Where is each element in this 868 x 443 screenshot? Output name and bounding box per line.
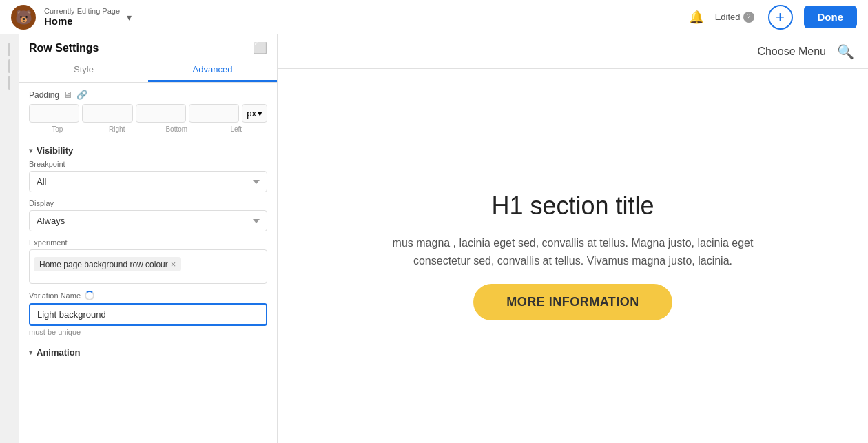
sidebar-handle [8, 43, 10, 56]
experiment-tag: Home page background row colour × [34, 257, 181, 271]
logo: 🐻 [11, 5, 36, 30]
padding-unit-select[interactable]: px ▾ [242, 104, 267, 123]
experiment-label: Experiment [29, 238, 267, 247]
panel-content: Padding 🖥 🔗 60 20 60 20 px ▾ Top Rig [19, 83, 277, 443]
add-button[interactable]: + [768, 5, 793, 30]
breakpoint-select[interactable]: All [29, 171, 267, 192]
visibility-section: ▾ Visibility Breakpoint All Display Alwa… [29, 141, 267, 336]
breakpoint-label: Breakpoint [29, 160, 267, 168]
sidebar-strip [0, 34, 19, 443]
loading-spinner-icon [85, 291, 94, 300]
canvas-title: H1 section title [491, 192, 654, 220]
breakpoint-field: Breakpoint All [29, 160, 267, 192]
visibility-label: Visibility [37, 145, 73, 156]
bear-icon: 🐻 [15, 9, 32, 25]
experiment-field: Experiment Home page background row colo… [29, 238, 267, 284]
experiment-tag-remove-icon[interactable]: × [171, 259, 176, 269]
padding-bottom-label: Bottom [148, 125, 205, 133]
sidebar-handle [8, 59, 10, 73]
padding-inputs: 60 20 60 20 px ▾ [29, 104, 267, 123]
page-info: Currently Editing Page Home [44, 7, 120, 27]
settings-panel: Row Settings ⬜ Style Advanced Padding 🖥 … [19, 34, 278, 443]
visibility-arrow-icon: ▾ [29, 147, 32, 154]
panel-tabs: Style Advanced [19, 59, 277, 83]
padding-section: Padding 🖥 🔗 60 20 60 20 px ▾ Top Rig [29, 90, 267, 133]
padding-bottom-input[interactable]: 60 [136, 104, 186, 123]
animation-section: ▾ Animation [29, 343, 267, 362]
padding-left-input[interactable]: 20 [189, 104, 239, 123]
padding-link-icon: 🔗 [76, 90, 87, 100]
variation-name-input[interactable] [29, 303, 267, 326]
visibility-header[interactable]: ▾ Visibility [29, 141, 267, 160]
experiment-area: Home page background row colour × [29, 249, 267, 284]
experiment-tag-text: Home page background row colour [39, 260, 168, 269]
padding-desktop-icon: 🖥 [63, 90, 72, 100]
padding-labels: Top Right Bottom Left [29, 125, 267, 133]
canvas-topbar: Choose Menu 🔍 [278, 34, 868, 69]
padding-left-label: Left [208, 125, 265, 133]
sidebar-handle [8, 76, 10, 90]
variation-name-label: Variation Name [29, 291, 267, 300]
animation-header[interactable]: ▾ Animation [29, 343, 267, 362]
panel-header: Row Settings ⬜ [19, 34, 277, 54]
animation-arrow-icon: ▾ [29, 349, 32, 356]
page-name: Home [44, 15, 120, 27]
edited-help-icon[interactable]: ? [743, 12, 754, 23]
editing-label: Currently Editing Page [44, 7, 120, 15]
padding-top-input[interactable]: 60 [29, 104, 79, 123]
tab-advanced[interactable]: Advanced [148, 59, 277, 82]
variation-name-field: Variation Name must be unique [29, 291, 267, 336]
main-layout: Row Settings ⬜ Style Advanced Padding 🖥 … [0, 34, 868, 443]
more-information-button[interactable]: MORE INFORMATION [473, 284, 672, 320]
tab-style[interactable]: Style [19, 59, 148, 82]
edited-status: Edited ? [715, 12, 754, 23]
canvas-body-text: mus magna , lacinia eget sed, convallis … [366, 234, 780, 269]
padding-top-label: Top [29, 125, 86, 133]
padding-label: Padding 🖥 🔗 [29, 90, 267, 100]
topbar: 🐻 Currently Editing Page Home ▾ 🔔 Edited… [0, 0, 868, 34]
search-icon: 🔍 [837, 44, 854, 59]
must-be-unique-hint: must be unique [29, 328, 267, 336]
canvas-area: Choose Menu 🔍 H1 section title mus magna… [278, 34, 868, 443]
search-icon-button[interactable]: 🔍 [837, 43, 854, 60]
notification-bell-icon[interactable]: 🔔 [689, 10, 704, 25]
padding-right-label: Right [89, 125, 146, 133]
display-field: Display Always [29, 199, 267, 231]
padding-right-input[interactable]: 20 [82, 104, 132, 123]
panel-title: Row Settings [29, 42, 99, 54]
display-select[interactable]: Always [29, 210, 267, 231]
choose-menu-link[interactable]: Choose Menu [757, 45, 826, 58]
page-selector-chevron[interactable]: ▾ [127, 12, 132, 23]
done-button[interactable]: Done [804, 6, 858, 28]
display-label: Display [29, 199, 267, 207]
maximize-icon[interactable]: ⬜ [254, 41, 267, 54]
edited-label: Edited [715, 12, 741, 22]
canvas-content: H1 section title mus magna , lacinia ege… [278, 69, 868, 443]
animation-label: Animation [37, 347, 81, 358]
